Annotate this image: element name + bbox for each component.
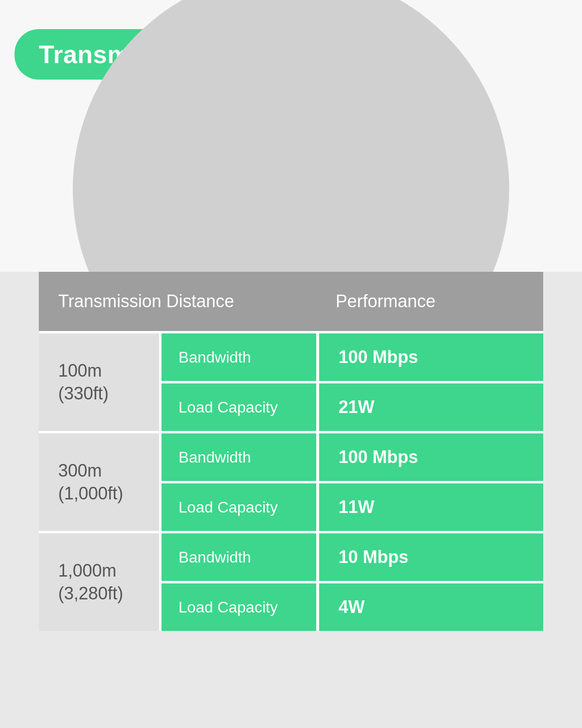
distance-line-2-1: (3,280ft) bbox=[58, 583, 123, 603]
distance-line-0-0: 100m bbox=[58, 361, 102, 381]
metric-value-2-0: 10 Mbps bbox=[316, 531, 543, 581]
metric-name-0-1: Load Capacity bbox=[159, 381, 316, 431]
metric-value-0-1: 21W bbox=[316, 381, 543, 431]
table-row: 300m(1,000ft)Bandwidth100 Mbps bbox=[39, 431, 543, 481]
distance-line-0-1: (330ft) bbox=[58, 383, 109, 403]
distance-line-1-0: 300m bbox=[58, 461, 102, 480]
table-row: 100m(330ft)Bandwidth100 Mbps bbox=[39, 331, 543, 381]
data-table: Transmission Distance Performance 100m(3… bbox=[39, 272, 543, 631]
metric-name-1-0: Bandwidth bbox=[159, 431, 316, 481]
distance-cell-1: 300m(1,000ft) bbox=[39, 431, 159, 531]
metric-name-0-0: Bandwidth bbox=[159, 331, 316, 381]
table-row: 1,000m(3,280ft)Bandwidth10 Mbps bbox=[39, 531, 543, 581]
distance-cell-2: 1,000m(3,280ft) bbox=[39, 531, 159, 631]
metric-value-1-0: 100 Mbps bbox=[316, 431, 543, 481]
distance-line-1-1: (1,000ft) bbox=[58, 483, 123, 503]
distance-line-2-0: 1,000m bbox=[58, 561, 116, 580]
col-distance-header: Transmission Distance bbox=[39, 272, 316, 331]
col-performance-header: Performance bbox=[316, 272, 543, 331]
metric-value-1-1: 11W bbox=[316, 481, 543, 531]
metric-value-0-0: 100 Mbps bbox=[316, 331, 543, 381]
distance-cell-0: 100m(330ft) bbox=[39, 331, 159, 431]
table-header-row: Transmission Distance Performance bbox=[39, 272, 543, 331]
metric-name-2-1: Load Capacity bbox=[159, 581, 316, 631]
metric-name-2-0: Bandwidth bbox=[159, 531, 316, 581]
table-section: Transmission Distance Performance 100m(3… bbox=[0, 272, 582, 631]
top-section: Transmission Distance bbox=[0, 0, 582, 272]
metric-value-2-1: 4W bbox=[316, 581, 543, 631]
metric-name-1-1: Load Capacity bbox=[159, 481, 316, 531]
